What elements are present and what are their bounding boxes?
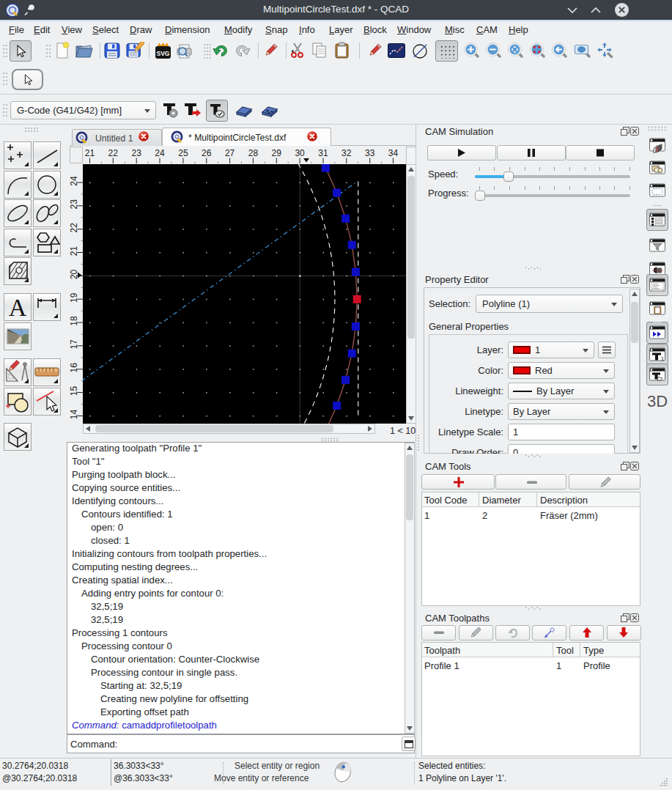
svg-text:17: 17	[70, 339, 79, 350]
svg-text:A: A	[9, 294, 27, 321]
svg-text:21: 21	[70, 246, 79, 256]
svg-text:19: 19	[70, 292, 79, 303]
svg-text:32: 32	[341, 148, 352, 158]
svg-text:30: 30	[295, 148, 305, 158]
svg-text:26: 26	[202, 148, 212, 158]
svg-text:28: 28	[248, 148, 259, 158]
svg-text:31: 31	[318, 148, 328, 158]
svg-text:33: 33	[365, 148, 375, 158]
svg-text:SVG: SVG	[157, 50, 170, 57]
svg-text:29: 29	[272, 148, 282, 158]
svg-text:18: 18	[70, 316, 79, 326]
svg-text:34: 34	[388, 148, 399, 158]
svg-text:25: 25	[178, 148, 188, 158]
svg-text:14: 14	[70, 410, 79, 420]
svg-text:1: 1	[661, 356, 664, 361]
svg-text:24: 24	[155, 148, 165, 158]
svg-text:24: 24	[70, 176, 79, 186]
svg-text:15: 15	[70, 386, 79, 396]
svg-text:27: 27	[225, 148, 235, 158]
svg-text:16: 16	[70, 363, 79, 373]
svg-text:22: 22	[108, 148, 119, 158]
svg-text:22: 22	[70, 223, 79, 233]
svg-text:21: 21	[85, 148, 95, 158]
svg-text:23: 23	[132, 148, 142, 158]
svg-text:23: 23	[70, 199, 79, 210]
